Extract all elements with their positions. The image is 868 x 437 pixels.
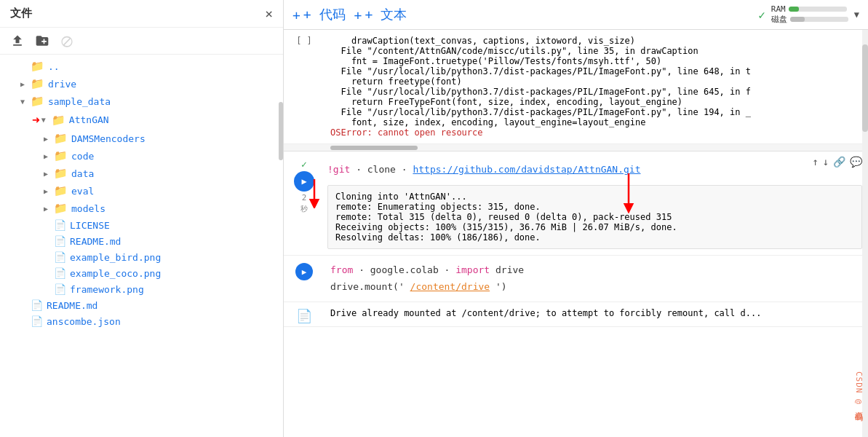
tree-label-readme-top: README.md	[47, 300, 97, 311]
cell-check-icon: ✓	[301, 159, 307, 170]
add-text-label: + 文本	[365, 6, 407, 23]
toolbar-right: ✓ RAM 磁盘 ▼	[758, 4, 859, 25]
sidebar-scrollbar[interactable]	[279, 102, 283, 160]
mount-gutter: 📄	[284, 305, 324, 323]
mount-output-content: Drive already mounted at /content/drive;…	[324, 305, 868, 323]
import-code-line1: from · google.colab · import drive	[330, 261, 862, 278]
status-check-icon: ✓	[758, 8, 765, 22]
tree-item-readme-top[interactable]: 📄 README.md	[0, 297, 283, 313]
ram-bar	[789, 7, 799, 12]
disk-bar	[790, 17, 805, 22]
folder-icon: 📁	[54, 149, 68, 162]
tree-label: ..	[48, 61, 60, 72]
file-icon: 📄	[54, 267, 66, 279]
cell-bracket: [ ]	[296, 36, 312, 141]
arrow-indicator: ➜	[32, 112, 40, 127]
refresh-icon[interactable]	[60, 34, 74, 48]
tree-label-models: models	[71, 203, 105, 214]
tree-label-attngan: AttnGAN	[69, 114, 109, 125]
tree-item-attngan[interactable]: ➜ ▼ 📁 AttnGAN	[0, 110, 283, 130]
tree-item-sample-data[interactable]: ▼ 📁 sample_data	[0, 92, 283, 110]
git-code-line: !git · clone · https://github.com/davids…	[327, 157, 862, 182]
git-cell-gutter: ✓ ▶ 2 秒	[284, 154, 324, 252]
cell-bracket-area: [ ]	[284, 33, 324, 141]
tb-line-6: File "/usr/local/lib/python3.7/dist-pack…	[330, 87, 862, 97]
dropdown-arrow-icon[interactable]: ▼	[854, 9, 859, 20]
cell-run-button[interactable]: ▶	[294, 171, 314, 192]
add-text-button[interactable]: + + 文本	[354, 6, 407, 23]
tree-chevron: ▶	[44, 205, 54, 213]
run-icon: ▶	[301, 176, 306, 186]
tree-chevron: ▶	[44, 170, 54, 178]
tree-chevron: ▶	[20, 80, 31, 88]
traceback-cell: [ ] drawCaption(text_convas, captions, i…	[284, 30, 868, 144]
main-panel: + + 代码 + + 文本 ✓ RAM 磁盘	[284, 0, 868, 437]
watermark: CSDN @心源易码	[853, 371, 864, 408]
comment-icon[interactable]: 💬	[850, 156, 862, 168]
cell-actions: ↑ ↓ 🔗 💬	[812, 156, 862, 168]
git-out-3: remote: Total 315 (delta 0), reused 0 (d…	[335, 212, 854, 222]
sidebar: 文件 × 📁 .. ▶ 📁 drive ▼ 📁 sample_data ➜ ▼	[0, 0, 284, 437]
tree-label-example-coco: example_coco.png	[70, 268, 161, 279]
tree-label-sample-data: sample_data	[48, 96, 111, 107]
tree-item-license[interactable]: 📄 LICENSE	[0, 217, 283, 233]
disk-bar-container	[790, 17, 848, 22]
tb-line-2: File "/content/AttnGAN/code/miscc/utils.…	[330, 46, 862, 56]
tree-item-example-coco[interactable]: 📄 example_coco.png	[0, 265, 283, 281]
tree-item-eval[interactable]: ▶ 📁 eval	[0, 182, 283, 200]
import-cell-gutter: ▶	[284, 259, 324, 299]
mount-output-cell: 📄 Drive already mounted at /content/driv…	[284, 302, 868, 327]
tb-line-7: return FreeTypeFont(font, size, index, e…	[330, 97, 862, 107]
add-code-label: + 代码	[303, 6, 346, 23]
move-up-icon[interactable]: ↑	[812, 156, 818, 168]
tree-label-data: data	[71, 168, 94, 179]
ram-bar-container	[789, 7, 847, 12]
sidebar-close-button[interactable]: ×	[265, 6, 273, 21]
tree-label-eval: eval	[71, 186, 94, 197]
kw-drive-mod: drive	[495, 264, 524, 275]
import-cell: ▶ from · google.colab · import drive dri…	[284, 256, 868, 302]
tree-item-anscombe[interactable]: 📄 anscombe.json	[0, 313, 283, 329]
notebook: [ ] drawCaption(text_convas, captions, i…	[284, 30, 868, 327]
tree-item-example-bird[interactable]: 📄 example_bird.png	[0, 249, 283, 265]
add-code-button[interactable]: + + 代码	[292, 6, 346, 23]
import-run-icon: ▶	[302, 267, 307, 277]
tree-item-models[interactable]: ▶ 📁 models	[0, 200, 283, 217]
tree-item-data[interactable]: ▶ 📁 data	[0, 165, 283, 182]
tree-item-framework[interactable]: 📄 framework.png	[0, 281, 283, 297]
kw-path: /content/drive	[410, 281, 490, 292]
h-scrollbar[interactable]	[284, 144, 868, 151]
tree-label-drive: drive	[48, 79, 76, 90]
tree-item-code[interactable]: ▶ 📁 code	[0, 147, 283, 165]
folder-icon: 📁	[52, 114, 65, 127]
file-icon: 📄	[31, 315, 43, 327]
folder-icon: 📁	[54, 202, 68, 215]
tree-chevron: ▼	[41, 116, 52, 124]
v-scrollbar-thumb[interactable]	[862, 44, 868, 132]
h-scrollbar-thumb[interactable]	[330, 146, 418, 150]
upload-icon[interactable]	[10, 34, 25, 48]
tb-line-5: return freetype(font)	[330, 76, 862, 87]
folder-icon: 📁	[31, 60, 44, 73]
link-icon[interactable]: 🔗	[833, 156, 845, 168]
tb-line-9: font, size, index, encoding, layout_engi…	[330, 117, 862, 127]
main-toolbar: + + 代码 + + 文本 ✓ RAM 磁盘	[284, 0, 868, 30]
sidebar-tree: 📁 .. ▶ 📁 drive ▼ 📁 sample_data ➜ ▼ 📁 Att…	[0, 55, 283, 437]
tree-item-dotdot[interactable]: 📁 ..	[0, 58, 283, 75]
mount-output-line: Drive already mounted at /content/drive;…	[330, 308, 862, 318]
git-out-1: Cloning into 'AttnGAN'...	[335, 192, 854, 202]
tree-item-damsmen[interactable]: ▶ 📁 DAMSMencoders	[0, 130, 283, 147]
plus-icon-text: +	[354, 7, 362, 23]
tree-item-readme-attngan[interactable]: 📄 README.md	[0, 233, 283, 249]
kw-mount: drive.mount('	[330, 281, 405, 292]
tree-item-drive[interactable]: ▶ 📁 drive	[0, 75, 283, 92]
folder-icon: 📁	[54, 167, 68, 180]
import-run-button[interactable]: ▶	[295, 263, 313, 280]
new-folder-icon[interactable]	[35, 34, 49, 48]
traceback-content: drawCaption(text_convas, captions, ixtow…	[324, 33, 868, 141]
git-out-5: Resolving deltas: 100% (186/186), done.	[335, 232, 854, 243]
move-down-icon[interactable]: ↓	[823, 156, 829, 168]
ram-section: RAM 磁盘	[771, 4, 848, 25]
tree-label-license: LICENSE	[70, 220, 110, 231]
notebook-wrapper: [ ] drawCaption(text_convas, captions, i…	[284, 30, 868, 437]
